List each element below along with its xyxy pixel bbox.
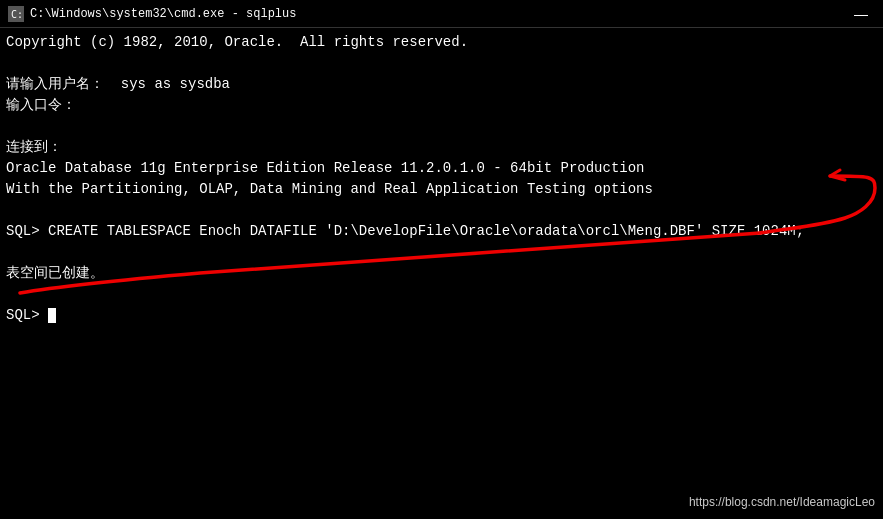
- console-line-username: 请输入用户名： sys as sysdba: [6, 74, 877, 95]
- cmd-window: C: C:\Windows\system32\cmd.exe - sqlplus…: [0, 0, 883, 519]
- titlebar: C: C:\Windows\system32\cmd.exe - sqlplus…: [0, 0, 883, 28]
- watermark: https://blog.csdn.net/IdeamagicLeo: [689, 493, 875, 511]
- console-area[interactable]: Copyright (c) 1982, 2010, Oracle. All ri…: [0, 28, 883, 519]
- console-line-copyright: Copyright (c) 1982, 2010, Oracle. All ri…: [6, 32, 877, 53]
- cmd-icon: C:: [8, 6, 24, 22]
- console-line-blank1: [6, 53, 877, 74]
- window-title: C:\Windows\system32\cmd.exe - sqlplus: [30, 7, 296, 21]
- console-line-blank2: [6, 116, 877, 137]
- console-line-db2: With the Partitioning, OLAP, Data Mining…: [6, 179, 877, 200]
- cursor-blink: [48, 308, 56, 323]
- console-line-blank3: [6, 200, 877, 221]
- console-line-password: 输入口令：: [6, 95, 877, 116]
- console-line-sql-command: SQL> CREATE TABLESPACE Enoch DATAFILE 'D…: [6, 221, 877, 242]
- minimize-button[interactable]: —: [847, 4, 875, 24]
- console-line-blank4: [6, 242, 877, 263]
- titlebar-left: C: C:\Windows\system32\cmd.exe - sqlplus: [8, 6, 296, 22]
- svg-text:C:: C:: [11, 9, 23, 20]
- titlebar-controls: —: [847, 4, 875, 24]
- console-line-created: 表空间已创建。: [6, 263, 877, 284]
- console-line-connected: 连接到：: [6, 137, 877, 158]
- console-line-db1: Oracle Database 11g Enterprise Edition R…: [6, 158, 877, 179]
- console-line-prompt: SQL>: [6, 305, 877, 326]
- console-line-blank5: [6, 284, 877, 305]
